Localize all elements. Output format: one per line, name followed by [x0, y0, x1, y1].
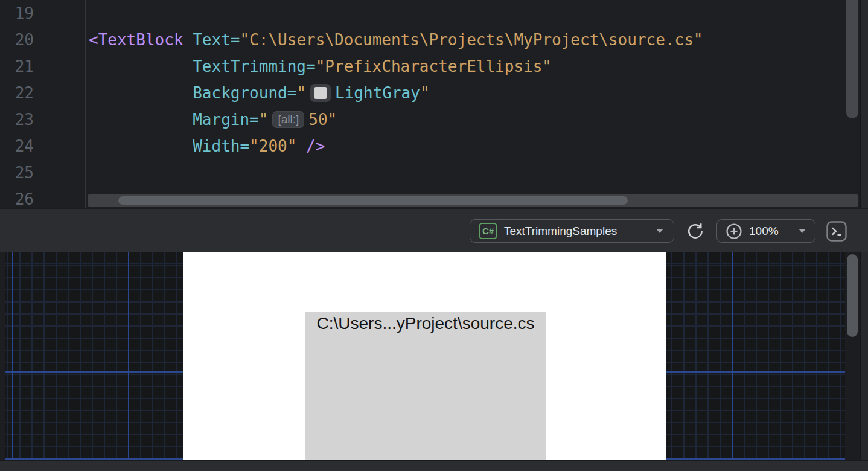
preview-toolbar: C# TextTrimmingSamples 100% — [0, 208, 868, 252]
token-str: "200" — [249, 137, 296, 155]
preview-right-edge-panel — [860, 252, 868, 460]
token-attr: TextTrimming= — [193, 57, 316, 75]
token-plain — [89, 57, 193, 75]
preview-left-edge — [0, 252, 5, 460]
code-text: Margin="[all:]50" — [89, 106, 337, 133]
design-preview-area: C:\Users...yProject\source.cs — [0, 252, 868, 460]
code-line[interactable]: 22 Background="LightGray" — [0, 80, 868, 106]
code-line[interactable]: 24 Width="200" /> — [0, 133, 868, 159]
xaml-code-editor[interactable]: 1920<TextBlock Text="C:\Users\Documents\… — [0, 0, 868, 208]
token-str: " — [296, 84, 306, 102]
token-attr: Width= — [193, 137, 249, 155]
token-plain — [89, 137, 193, 155]
zoom-in-icon — [726, 223, 742, 240]
code-line[interactable]: 25 — [0, 159, 868, 186]
design-canvas: C:\Users...yProject\source.cs — [183, 252, 666, 460]
token-attr: Margin= — [193, 111, 259, 129]
line-number[interactable]: 24 — [0, 133, 34, 159]
editor-horizontal-scrollbar-thumb[interactable] — [118, 196, 628, 205]
token-str: " — [259, 111, 269, 129]
preview-vertical-scrollbar-thumb[interactable] — [847, 254, 858, 337]
line-number[interactable]: 20 — [0, 27, 34, 53]
token-str: " — [420, 84, 430, 102]
run-configuration-label: TextTrimmingSamples — [504, 225, 617, 238]
token-tag: <TextBlock — [89, 31, 183, 49]
token-plain — [89, 111, 193, 129]
zoom-level-dropdown[interactable]: 100% — [716, 219, 815, 243]
line-number[interactable]: 25 — [0, 159, 34, 186]
token-str: "PrefixCharacterEllipsis" — [316, 57, 552, 75]
token-plain — [183, 31, 193, 49]
code-line[interactable]: 21 TextTrimming="PrefixCharacterEllipsis… — [0, 53, 868, 80]
ide-window: 1920<TextBlock Text="C:\Users\Documents\… — [0, 0, 868, 471]
zoom-level-value: 100% — [749, 225, 779, 238]
run-configuration-dropdown[interactable]: C# TextTrimmingSamples — [470, 219, 674, 243]
line-number[interactable]: 21 — [0, 53, 34, 80]
rendered-textblock[interactable]: C:\Users...yProject\source.cs — [305, 312, 546, 460]
token-attr: Background= — [193, 84, 296, 102]
line-number[interactable]: 26 — [0, 186, 34, 208]
inlay-hint: [all:] — [272, 111, 304, 128]
code-text: Width="200" /> — [89, 133, 325, 159]
code-text: Background="LightGray" — [89, 80, 430, 106]
code-lines: 1920<TextBlock Text="C:\Users\Documents\… — [0, 0, 868, 208]
preview-vertical-scrollbar[interactable] — [845, 252, 860, 460]
token-val: LightGray — [335, 84, 420, 102]
line-number[interactable]: 22 — [0, 80, 34, 106]
csharp-project-icon: C# — [479, 223, 497, 239]
line-number[interactable]: 19 — [0, 0, 34, 27]
token-str: "C:\Users\Documents\Projects\MyProject\s… — [240, 31, 703, 49]
code-text: <TextBlock Text="C:\Users\Documents\Proj… — [89, 27, 703, 53]
code-line[interactable]: 23 Margin="[all:]50" — [0, 106, 868, 133]
editor-vertical-scrollbar-thumb[interactable] — [846, 0, 858, 118]
line-number[interactable]: 23 — [0, 106, 34, 133]
chevron-down-icon — [798, 228, 806, 234]
refresh-preview-button[interactable] — [685, 221, 706, 242]
token-plain — [89, 84, 193, 102]
token-str: 50" — [308, 111, 337, 129]
terminal-icon — [826, 221, 847, 242]
token-plain — [296, 137, 306, 155]
bottom-status-bar — [0, 460, 868, 471]
code-text: TextTrimming="PrefixCharacterEllipsis" — [89, 53, 552, 80]
terminal-button[interactable] — [826, 221, 847, 242]
refresh-icon — [686, 222, 704, 240]
token-tag: /> — [306, 137, 325, 155]
color-preview-swatch-icon[interactable] — [310, 84, 331, 102]
token-attr: Text= — [193, 31, 240, 49]
code-line[interactable]: 19 — [0, 0, 868, 27]
chevron-down-icon — [656, 228, 664, 234]
editor-horizontal-scrollbar[interactable] — [88, 194, 858, 207]
editor-right-edge-panel — [860, 0, 868, 208]
lightgray-color-square — [314, 87, 327, 99]
code-line[interactable]: 20<TextBlock Text="C:\Users\Documents\Pr… — [0, 27, 868, 53]
